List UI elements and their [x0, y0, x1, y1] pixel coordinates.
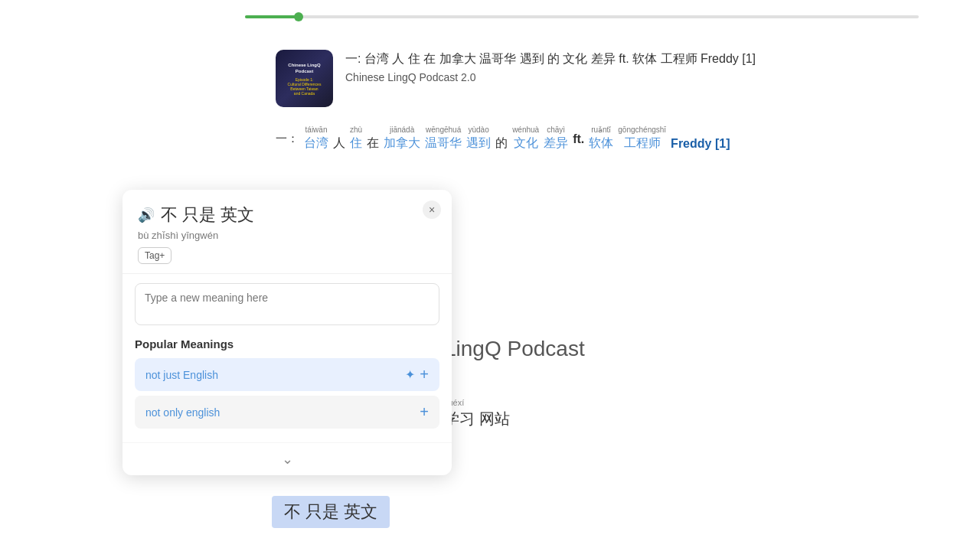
popup-word-row: 🔊 不 只是 英文 [138, 204, 436, 227]
popup-header: 🔊 不 只是 英文 bù zhǐshì yīngwén Tag+ × [122, 190, 452, 274]
word-zai[interactable]: 在 [367, 126, 379, 152]
xuexi-row: xuéxí 学习 网站 [444, 398, 510, 429]
xuexi-text: 学习 网站 [444, 409, 510, 429]
popup-card: 🔊 不 只是 英文 bù zhǐshì yīngwén Tag+ × Popul… [122, 190, 452, 475]
meaning-input-area [122, 274, 452, 337]
progress-bar-fill [245, 15, 299, 18]
chevron-down-icon[interactable]: ⌄ [282, 451, 293, 468]
add-meaning-icon-2[interactable]: + [420, 403, 429, 421]
bottom-highlight: 不 只是 英文 [272, 496, 390, 528]
word-wenhua[interactable]: wénhuà 文化 [512, 126, 539, 152]
podcast-name: Chinese LingQ Podcast 2.0 [345, 71, 756, 83]
meaning-text-2: not only english [145, 406, 220, 419]
close-button[interactable]: × [423, 201, 441, 219]
close-icon: × [429, 204, 435, 216]
word-ren[interactable]: 人 [333, 126, 345, 152]
add-meaning-icon-1[interactable]: + [420, 366, 429, 383]
word-taiwan[interactable]: táiwān 台湾 [304, 126, 328, 152]
xuexi-pinyin: xuéxí [444, 398, 510, 407]
podcast-meta: 一: 台湾 人 住 在 加拿大 温哥华 遇到 的 文化 差异 ft. 软体 工程… [345, 50, 756, 83]
word-yudao[interactable]: yùdào 遇到 [466, 126, 491, 152]
popup-pinyin: bù zhǐshì yīngwén [138, 230, 436, 241]
ai-icon-1: ✦ [405, 367, 415, 382]
row-label: 一： [276, 132, 299, 146]
word-zhu[interactable]: zhù 住 [350, 126, 362, 152]
popular-meanings-section: Popular Meanings not just English ✦ + no… [122, 337, 452, 442]
word-gongchengshi[interactable]: gōngchéngshī 工程师 [618, 126, 666, 152]
meaning-actions-1: ✦ + [405, 366, 429, 383]
bg-lingq-text: LingQ Podcast [444, 337, 585, 361]
word-de[interactable]: 的 [495, 126, 508, 152]
word-ft: ft. [573, 132, 584, 146]
popup-footer: ⌄ [122, 442, 452, 475]
bottom-highlight-text: 不 只是 英文 [284, 502, 377, 521]
popup-word: 不 只是 英文 [161, 204, 254, 227]
pinyin-row: 一： táiwān 台湾 人 zhù 住 在 jiānádà 加拿大 wēngē… [276, 126, 732, 152]
word-ruanti[interactable]: ruǎntǐ 软体 [589, 126, 613, 152]
meaning-item-1[interactable]: not just English ✦ + [135, 358, 439, 391]
tag-button[interactable]: Tag+ [138, 247, 172, 264]
tag-label: Tag+ [145, 250, 165, 261]
podcast-header: Chinese LingQ Podcast Episode 1:Cultural… [276, 50, 756, 107]
meaning-actions-2: + [420, 403, 429, 421]
meaning-input[interactable] [135, 283, 439, 325]
word-chayi[interactable]: chāyì 差异 [544, 126, 568, 152]
speaker-icon[interactable]: 🔊 [138, 207, 155, 223]
podcast-thumbnail: Chinese LingQ Podcast Episode 1:Cultural… [276, 50, 333, 107]
progress-bar-container [245, 15, 919, 18]
progress-dot [294, 12, 303, 21]
popular-meanings-title: Popular Meanings [135, 337, 439, 350]
meaning-text-1: not just English [145, 369, 218, 381]
meaning-item-2[interactable]: not only english + [135, 396, 439, 429]
word-freddy[interactable]: Freddy [1] [671, 128, 730, 151]
word-jianada[interactable]: jiānádà 加拿大 [384, 126, 420, 152]
podcast-title: 一: 台湾 人 住 在 加拿大 温哥华 遇到 的 文化 差异 ft. 软体 工程… [345, 50, 756, 68]
word-wengehua[interactable]: wēngēhuá 温哥华 [425, 126, 462, 152]
